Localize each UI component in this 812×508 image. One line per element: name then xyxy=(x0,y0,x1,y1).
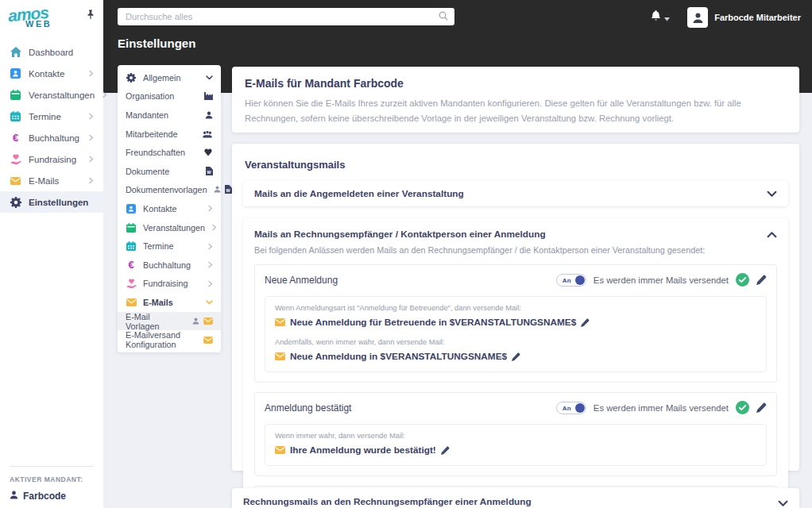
edit-pencil-icon[interactable] xyxy=(441,446,450,455)
mail-toggle[interactable]: An xyxy=(556,274,586,287)
sidebar-item-veranstaltungen[interactable]: Veranstaltungen xyxy=(0,84,103,106)
calendar-grid-icon xyxy=(126,241,137,251)
settings-nav-label: Organisation xyxy=(126,91,174,101)
mail-template-name[interactable]: Neue Anmeldung in $VERANSTALTUNGSNAME$ xyxy=(290,351,507,362)
sidebar-item-label: Fundraising xyxy=(29,155,76,164)
active-mandant-label: AKTIVER MANDANT: xyxy=(10,475,94,483)
settings-nav-dokumente[interactable]: Dokumente W xyxy=(118,162,221,181)
address-book-icon xyxy=(10,68,21,79)
settings-nav-fundraising[interactable]: Fundraising xyxy=(118,275,221,294)
calendar-grid-icon xyxy=(10,111,21,121)
user-icon xyxy=(214,185,221,194)
panel-angemeldete: Mails an die Angemeldeten einer Veransta… xyxy=(243,181,788,206)
panel-title: Rechnungsmails an den Rechnungsempfänger… xyxy=(243,496,532,508)
sidebar-item-kontakte[interactable]: Kontakte xyxy=(0,63,103,84)
rechnungsmails-panel-header[interactable]: Rechnungsmails an den Rechnungsempfänger… xyxy=(232,488,799,508)
edit-pencil-icon[interactable] xyxy=(512,352,520,361)
settings-nav-label: Veranstaltungen xyxy=(143,223,205,233)
settings-nav-mitarbeitende[interactable]: Mitarbeitende xyxy=(118,125,221,144)
active-mandant[interactable]: Farbcode xyxy=(10,491,94,502)
divider xyxy=(10,466,94,467)
sidebar-item-einstellungen[interactable]: Einstellungen xyxy=(0,191,103,213)
envelope-icon xyxy=(126,298,137,306)
chevron-right-icon xyxy=(211,224,217,231)
caret-down-icon xyxy=(664,10,670,25)
intro-title: E-Mails für Mandant Farbcode xyxy=(245,77,787,90)
intro-card: E-Mails für Mandant Farbcode Hier können… xyxy=(232,67,799,133)
condition-label: Wenn Anmeldungsart ist "Anmeldung für Be… xyxy=(275,304,756,312)
sidebar-item-termine[interactable]: Termine xyxy=(0,106,103,127)
search-input[interactable] xyxy=(126,12,439,21)
mail-template-name[interactable]: Ihre Anmeldung wurde bestätigt! xyxy=(290,444,436,456)
file-w-icon: W xyxy=(225,185,232,195)
edit-pencil-icon[interactable] xyxy=(756,275,767,285)
chevron-right-icon xyxy=(207,261,213,268)
bell-icon xyxy=(651,10,661,25)
active-mandant-name: Farbcode xyxy=(23,491,66,502)
settings-nav-allgemein[interactable]: Allgemein xyxy=(118,68,221,87)
topbar-right: Farbocde Mitarbeiter xyxy=(651,7,801,28)
panel-angemeldete-header[interactable]: Mails an die Angemeldeten einer Veransta… xyxy=(243,181,788,206)
search-icon[interactable] xyxy=(439,10,448,24)
sidebar-item-dashboard[interactable]: Dashboard xyxy=(0,41,103,63)
chevron-right-icon xyxy=(88,156,94,163)
settings-nav-freundschaften[interactable]: Freundschaften xyxy=(118,143,221,162)
condition-label: Andernfalls, wenn immer wahr, dann verse… xyxy=(275,338,756,346)
sidebar-item-label: Einstellungen xyxy=(29,198,88,207)
mail-toggle[interactable]: An xyxy=(556,402,586,414)
global-search xyxy=(118,8,454,25)
main-sidebar: amos WEB Dashboard Kontakte Veranstaltun… xyxy=(0,0,103,508)
chevron-right-icon xyxy=(88,70,94,77)
settings-nav-email-vorlagen[interactable]: E-Mail Vorlagen xyxy=(118,312,221,331)
user-icon xyxy=(205,111,213,119)
sidebar-item-emails[interactable]: E-Mails xyxy=(0,170,103,191)
calendar-icon xyxy=(10,90,21,100)
sidebar-item-label: Kontakte xyxy=(29,69,64,79)
mail-template-name[interactable]: Neue Anmeldung für Betreuende in $VERANS… xyxy=(290,317,576,328)
settings-nav-veranstaltungen[interactable]: Veranstaltungen xyxy=(118,218,221,237)
user-icon xyxy=(192,317,199,326)
settings-nav-termine[interactable]: Termine xyxy=(118,237,221,256)
amosweb-logo[interactable]: amos WEB xyxy=(8,6,52,29)
euro-icon xyxy=(126,259,137,271)
settings-nav-organisation[interactable]: Organisation xyxy=(118,87,221,106)
chevron-right-icon xyxy=(88,134,94,141)
settings-nav-mandanten[interactable]: Mandanten xyxy=(118,106,221,125)
conditions-box: Wenn Anmeldungsart ist "Anmeldung für Be… xyxy=(265,296,767,372)
gear-icon xyxy=(126,73,137,83)
settings-nav-label: E-Mails xyxy=(143,298,173,307)
settings-nav-emailversand-konfiguration[interactable]: E-Mailversand Konfiguration xyxy=(118,330,221,349)
edit-pencil-icon[interactable] xyxy=(581,318,590,327)
panel-title: Mails an die Angemeldeten einer Veransta… xyxy=(254,188,464,199)
settings-nav-buchhaltung[interactable]: Buchhaltung xyxy=(118,256,221,275)
hand-heart-icon xyxy=(126,279,137,288)
rule-status: Es werden immer Mails versendet xyxy=(594,275,729,285)
user-avatar[interactable] xyxy=(687,7,708,28)
rule-neue-anmeldung: Neue Anmeldung An Es werden immer Mails … xyxy=(254,264,777,383)
settings-nav-dokumentenvorlagen[interactable]: Dokumentenvorlagen W xyxy=(118,181,221,200)
sidebar-item-fundraising[interactable]: Fundraising xyxy=(0,148,103,170)
settings-nav-emails[interactable]: E-Mails xyxy=(118,293,221,312)
settings-nav-label: E-Mail Vorlagen xyxy=(126,312,186,331)
house-icon xyxy=(10,47,21,57)
panel-rechnungsempfaenger: Mails an Rechnungsempfänger / Kontaktper… xyxy=(243,218,788,508)
envelope-icon xyxy=(275,443,285,457)
settings-nav-kontakte[interactable]: Kontakte xyxy=(118,199,221,218)
user-name[interactable]: Farbocde Mitarbeiter xyxy=(714,13,801,22)
notifications-menu[interactable] xyxy=(651,10,670,25)
chevron-down-icon xyxy=(778,496,788,508)
pin-sidebar-icon[interactable] xyxy=(87,9,95,23)
condition-label: Wenn immer wahr, dann versende Mail: xyxy=(275,432,756,440)
chevron-down-icon xyxy=(767,187,777,201)
rule-status: Es werden immer Mails versendet xyxy=(594,403,729,413)
edit-pencil-icon[interactable] xyxy=(756,402,767,413)
panel-rechnungsempfaenger-header[interactable]: Mails an Rechnungsempfänger / Kontaktper… xyxy=(254,226,777,242)
conditions-box: Wenn immer wahr, dann versende Mail: Ihr… xyxy=(265,424,767,466)
users-icon xyxy=(202,130,213,138)
heart-icon xyxy=(203,148,213,157)
rule-anmeldung-bestaetigt: Anmeldung bestätigt An Es werden immer M… xyxy=(254,392,777,476)
logo-row: amos WEB xyxy=(0,0,103,37)
sidebar-item-buchhaltung[interactable]: Buchhaltung xyxy=(0,127,103,148)
logo-script-text: amos xyxy=(7,4,48,24)
euro-icon xyxy=(10,132,21,144)
